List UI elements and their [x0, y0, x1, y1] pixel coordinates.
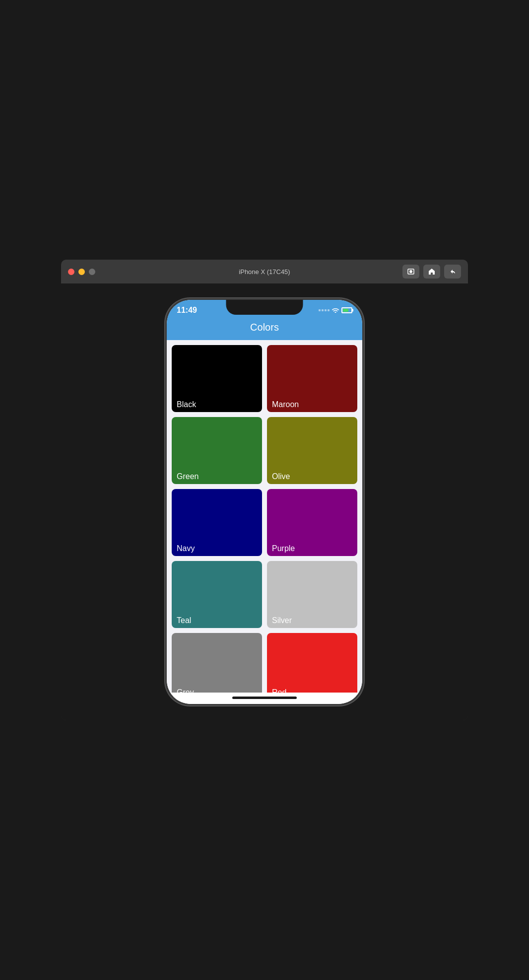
color-label: Purple	[267, 541, 300, 556]
notch	[226, 300, 303, 315]
nav-title: Colors	[250, 322, 279, 333]
color-cell[interactable]: Maroon	[267, 345, 357, 412]
iphone-screen: 11:49	[167, 300, 362, 704]
color-cell[interactable]: Teal	[172, 561, 262, 628]
color-cell[interactable]: Olive	[267, 417, 357, 484]
colors-grid: BlackMaroonGreenOliveNavyPurpleTealSilve…	[172, 345, 357, 693]
color-label: Maroon	[267, 397, 304, 412]
color-label: Black	[172, 397, 201, 412]
iphone-frame: 11:49	[165, 298, 364, 705]
color-label: Green	[172, 469, 203, 484]
color-cell[interactable]: Red	[267, 633, 357, 693]
home-bar	[232, 697, 297, 699]
color-cell[interactable]: Grey	[172, 633, 262, 693]
home-button[interactable]	[423, 265, 440, 279]
close-button[interactable]	[68, 269, 74, 275]
color-cell[interactable]: Purple	[267, 489, 357, 556]
color-label: Grey	[172, 685, 199, 693]
color-label: Teal	[172, 613, 196, 628]
color-cell[interactable]: Black	[172, 345, 262, 412]
wifi-icon	[331, 306, 339, 314]
minimize-button[interactable]	[78, 269, 85, 275]
fullscreen-button[interactable]	[89, 269, 95, 275]
status-time: 11:49	[177, 306, 197, 315]
mac-window: iPhone X (17C45)	[61, 260, 468, 720]
color-label: Navy	[172, 541, 199, 556]
color-cell[interactable]: Navy	[172, 489, 262, 556]
signal-icon	[319, 309, 330, 311]
colors-scroll-container[interactable]: BlackMaroonGreenOliveNavyPurpleTealSilve…	[167, 340, 362, 693]
color-cell[interactable]: Silver	[267, 561, 357, 628]
toolbar-buttons	[402, 265, 461, 279]
screenshot-button[interactable]	[402, 265, 419, 279]
color-label: Olive	[267, 469, 295, 484]
color-label: Red	[267, 685, 291, 693]
svg-point-1	[409, 270, 412, 273]
mac-content: 11:49	[61, 283, 468, 720]
color-cell[interactable]: Green	[172, 417, 262, 484]
battery-icon	[341, 307, 352, 313]
home-indicator	[167, 693, 362, 704]
titlebar: iPhone X (17C45)	[61, 260, 468, 283]
window-title: iPhone X (17C45)	[239, 268, 290, 276]
status-icons	[319, 306, 352, 314]
color-label: Silver	[267, 613, 297, 628]
back-rotate-button[interactable]	[444, 265, 461, 279]
navigation-bar: Colors	[167, 318, 362, 340]
